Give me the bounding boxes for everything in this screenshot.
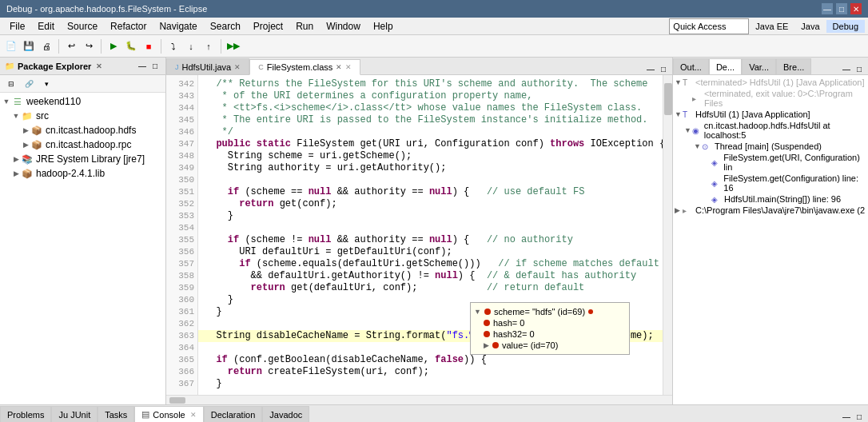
debug-row-scheme[interactable]: ▼ scheme= "hdfs" (id=69)	[474, 306, 626, 317]
editor-panel-controls[interactable]: — □	[642, 63, 672, 74]
title-bar-controls[interactable]: — □ ✕	[822, 3, 862, 14]
close-button[interactable]: ✕	[850, 3, 862, 14]
tab-label: De...	[716, 62, 735, 72]
step-into-button[interactable]: ↓	[183, 38, 199, 54]
package-explorer-title: 📁 Package Explorer ✕	[5, 62, 102, 71]
debug-perspective[interactable]: Debug	[826, 20, 865, 33]
vertical-scrollbar[interactable]	[663, 75, 672, 395]
expand-arrow: ▶	[11, 169, 21, 178]
method-icon: ◈	[711, 158, 723, 167]
tab-filesystem[interactable]: C FileSystem.class ✕ ✕	[249, 59, 360, 75]
package-explorer-x-icon: ✕	[96, 62, 102, 70]
tab-variables[interactable]: Var...	[742, 58, 776, 74]
debug-bullet-icon	[484, 320, 490, 326]
step-out-button[interactable]: ↑	[201, 38, 217, 54]
menu-refactor[interactable]: Refactor	[104, 19, 153, 34]
tab-junit[interactable]: Ju JUnit	[51, 406, 98, 422]
menu-navigate[interactable]: Navigate	[153, 19, 203, 34]
tab-tasks[interactable]: Tasks	[98, 406, 134, 422]
menu-window[interactable]: Window	[320, 19, 367, 34]
tab-close-icon[interactable]: ✕	[336, 63, 342, 71]
undo-button[interactable]: ↩	[63, 38, 79, 54]
tree-label: JRE System Library [jre7]	[36, 153, 145, 165]
debug-button[interactable]: 🐛	[123, 38, 139, 54]
tab-close-icon[interactable]: ✕	[234, 63, 241, 71]
tree-item-jre[interactable]: ▶ 📚 JRE System Library [jre7]	[2, 152, 164, 166]
tab-hdfsutil[interactable]: J HdfsUtil.java ✕	[166, 58, 249, 74]
debug-tree-item-javaw[interactable]: ▶ ▸ C:\Program Files\Java\jre7\bin\javaw…	[675, 205, 866, 216]
debug-tree-item-method2[interactable]: ◈ FileSystem.get(Configuration) line: 16	[675, 173, 866, 193]
debug-tree-item-terminated-exit[interactable]: ▸ <terminated, exit value: 0>C:\Program …	[675, 88, 866, 109]
debug-tree-item-hdfsutil[interactable]: ▼ T HdfsUtil (1) [Java Application]	[675, 109, 866, 120]
tree-item-rpc[interactable]: ▶ 📦 cn.itcast.hadoop.rpc	[2, 137, 164, 152]
minimize-bottom-button[interactable]: —	[841, 411, 852, 422]
debug-tree-label: FileSystem.get(URI, Configuration) lin	[723, 153, 866, 172]
horizontal-scrollbar[interactable]	[166, 395, 672, 404]
tab-javadoc[interactable]: Javadoc	[262, 406, 309, 422]
tab-problems[interactable]: Problems	[0, 406, 51, 422]
tree-item-weekend110[interactable]: ▼ ☰ weekend110	[2, 94, 164, 109]
menu-search[interactable]: Search	[204, 19, 247, 34]
debug-tree-item-thread[interactable]: ▼ ⊙ Thread [main] (Suspended)	[675, 141, 866, 152]
maximize-editor-button[interactable]: □	[658, 63, 669, 74]
tree-item-hdfs[interactable]: ▶ 📦 cn.itcast.hadoop.hdfs	[2, 123, 164, 137]
tab-breakpoints[interactable]: Bre...	[776, 58, 811, 74]
tab-label: HdfsUtil.java	[182, 62, 232, 72]
print-button[interactable]: 🖨	[38, 38, 54, 54]
maximize-right-button[interactable]: □	[854, 63, 865, 74]
h-scrollbar-thumb[interactable]	[169, 397, 185, 404]
left-panel-controls[interactable]: — □	[137, 61, 161, 72]
package-view-menu-button[interactable]: ▾	[38, 76, 54, 92]
tab-console[interactable]: ▤ Console ✕	[134, 406, 203, 422]
vm-icon: ◉	[692, 126, 703, 135]
scrollbar-thumb[interactable]	[664, 83, 672, 115]
minimize-right-button[interactable]: —	[841, 63, 852, 74]
menu-edit[interactable]: Edit	[31, 19, 61, 34]
resume-button[interactable]: ▶▶	[225, 38, 241, 54]
menu-run[interactable]: Run	[289, 19, 320, 34]
menu-source[interactable]: Source	[61, 19, 104, 34]
stop-button[interactable]: ■	[141, 38, 157, 54]
project-icon: ☰	[11, 95, 24, 108]
maximize-panel-button[interactable]: □	[149, 61, 161, 72]
save-button[interactable]: 💾	[21, 38, 37, 54]
line-numbers: 342 343 344 345 346 347 348 349 350 351 …	[166, 75, 198, 395]
debug-tree: ▼ T <terminated> HdfsUtil (1) [Java Appl…	[673, 75, 868, 404]
link-editor-button[interactable]: 🔗	[21, 76, 37, 92]
minimize-panel-button[interactable]: —	[137, 61, 148, 72]
new-button[interactable]: 📄	[3, 38, 19, 54]
java-ee-perspective[interactable]: Java EE	[749, 20, 794, 33]
tree-item-hadoop[interactable]: ▶ 📦 hadoop-2.4.1.lib	[2, 166, 164, 181]
menu-help[interactable]: Help	[367, 19, 400, 34]
tab-outline[interactable]: Out...	[673, 58, 709, 74]
run-button[interactable]: ▶	[106, 38, 121, 54]
debug-tree-item-localhost[interactable]: ▼ ◉ cn.itcast.hadoop.hdfs.HdfsUtil at lo…	[675, 120, 866, 141]
debug-row-value[interactable]: ▶ value= (id=70)	[474, 340, 626, 351]
tab-declaration[interactable]: Declaration	[204, 406, 263, 422]
minimize-editor-button[interactable]: —	[645, 63, 656, 74]
tab-label: Problems	[7, 410, 44, 420]
debug-tree-item-method3[interactable]: ◈ HdfsUtil.main(String[]) line: 96	[675, 193, 866, 205]
tree-item-src[interactable]: ▼ 📁 src	[2, 109, 164, 123]
redo-button[interactable]: ↪	[81, 38, 97, 54]
tab-label: Out...	[680, 62, 702, 72]
debug-tree-item-terminated1[interactable]: ▼ T <terminated> HdfsUtil (1) [Java Appl…	[675, 77, 866, 88]
menu-project[interactable]: Project	[247, 19, 289, 34]
minimize-button[interactable]: —	[822, 3, 833, 14]
step-over-button[interactable]: ⤵	[165, 38, 181, 54]
quick-access-input[interactable]	[669, 18, 749, 34]
collapse-all-button[interactable]: ⊟	[3, 76, 19, 92]
debug-tree-item-method1[interactable]: ◈ FileSystem.get(URI, Configuration) lin	[675, 152, 866, 173]
java-perspective[interactable]: Java	[794, 20, 826, 33]
expand-arrow: ▼	[684, 126, 692, 134]
menu-file[interactable]: File	[3, 19, 31, 34]
tab-debug[interactable]: De...	[709, 58, 742, 74]
bottom-panel-controls[interactable]: — □	[838, 411, 868, 422]
maximize-bottom-button[interactable]: □	[854, 411, 865, 422]
debug-value-scheme: scheme= "hdfs" (id=69)	[494, 307, 585, 316]
right-panel-controls[interactable]: — □	[838, 63, 868, 74]
left-panel: 📁 Package Explorer ✕ — □ ⊟ 🔗 ▾ ▼ ☰ weeke…	[0, 58, 166, 404]
maximize-button[interactable]: □	[836, 3, 847, 14]
expand-arrow: ▼	[675, 110, 683, 118]
debug-bullet-icon	[484, 309, 491, 315]
